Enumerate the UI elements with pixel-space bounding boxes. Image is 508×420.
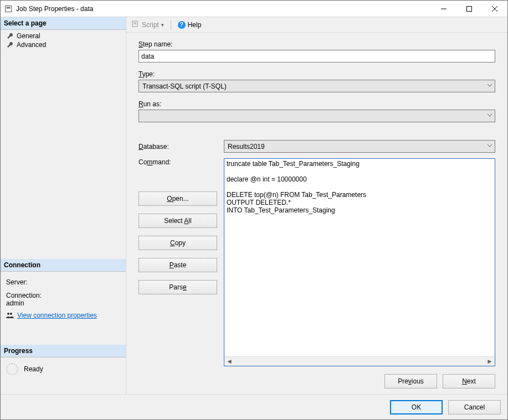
close-button[interactable] bbox=[482, 1, 507, 17]
type-label: Type: bbox=[138, 70, 495, 78]
app-icon bbox=[4, 4, 13, 13]
run-as-label: Run as: bbox=[138, 100, 495, 108]
horizontal-scrollbar[interactable]: ◄ ► bbox=[224, 356, 495, 366]
scroll-left-icon: ◄ bbox=[226, 357, 233, 365]
server-label: Server: bbox=[6, 278, 120, 286]
minimize-button[interactable] bbox=[431, 1, 456, 17]
command-editor: ◄ ► bbox=[224, 158, 495, 366]
svg-rect-1 bbox=[7, 7, 11, 8]
chevron-down-icon: ▾ bbox=[161, 22, 164, 28]
svg-point-7 bbox=[10, 313, 12, 315]
open-button[interactable]: Open... bbox=[138, 191, 217, 206]
select-page-header: Select a page bbox=[1, 17, 126, 30]
command-textarea[interactable] bbox=[224, 159, 495, 356]
view-connection-link[interactable]: View connection properties bbox=[17, 312, 97, 319]
toolbar-separator bbox=[171, 20, 171, 30]
script-label: Script bbox=[142, 21, 159, 29]
cancel-button[interactable]: Cancel bbox=[448, 400, 501, 414]
maximize-icon bbox=[466, 6, 472, 12]
toolbar: Script ▾ ? Help bbox=[126, 17, 507, 33]
step-name-input[interactable] bbox=[138, 50, 495, 63]
paste-button[interactable]: Paste bbox=[138, 258, 217, 272]
help-button[interactable]: ? Help bbox=[176, 20, 204, 30]
page-label: General bbox=[17, 32, 40, 40]
previous-button[interactable]: Previous bbox=[384, 374, 437, 388]
svg-point-6 bbox=[7, 313, 9, 315]
next-button[interactable]: Next bbox=[443, 374, 495, 388]
wrench-icon bbox=[6, 41, 14, 49]
spinner-icon bbox=[6, 363, 18, 375]
page-list: General Advanced bbox=[1, 30, 126, 51]
parse-button[interactable]: Parse bbox=[138, 280, 217, 294]
scroll-right-icon: ► bbox=[486, 357, 493, 365]
dialog-footer: OK Cancel bbox=[1, 394, 507, 419]
minimize-icon bbox=[441, 6, 447, 12]
window-title: Job Step Properties - data bbox=[16, 5, 93, 13]
wrench-icon bbox=[6, 32, 14, 40]
close-icon bbox=[492, 6, 497, 12]
script-icon bbox=[132, 20, 140, 29]
command-label: Command: bbox=[138, 158, 217, 166]
help-label: Help bbox=[188, 21, 202, 29]
ok-button[interactable]: OK bbox=[390, 400, 443, 414]
page-general[interactable]: General bbox=[1, 32, 126, 40]
svg-rect-3 bbox=[467, 6, 472, 11]
dialog-window: Job Step Properties - data Select a page bbox=[0, 0, 508, 420]
script-button[interactable]: Script ▾ bbox=[130, 19, 166, 30]
select-all-button[interactable]: Select All bbox=[138, 214, 217, 228]
people-icon bbox=[6, 312, 14, 319]
titlebar: Job Step Properties - data bbox=[1, 1, 507, 17]
svg-rect-0 bbox=[6, 6, 12, 12]
type-select[interactable]: Transact-SQL script (T-SQL) bbox=[138, 80, 495, 92]
database-select[interactable]: Results2019 bbox=[224, 140, 495, 153]
main-panel: Script ▾ ? Help Step name: Type: Tra bbox=[126, 17, 507, 394]
type-value: Transact-SQL script (T-SQL) bbox=[142, 82, 227, 90]
connection-label: Connection: bbox=[6, 292, 120, 299]
copy-button[interactable]: Copy bbox=[138, 236, 217, 250]
run-as-select[interactable] bbox=[138, 110, 495, 122]
progress-header: Progress bbox=[1, 345, 126, 357]
maximize-button[interactable] bbox=[456, 1, 482, 17]
help-icon: ? bbox=[178, 21, 186, 29]
database-value: Results2019 bbox=[228, 143, 265, 151]
progress-status: Ready bbox=[24, 365, 43, 373]
database-label: Database: bbox=[138, 143, 217, 151]
sidebar: Select a page General Advanced bbox=[1, 17, 126, 394]
connection-value: admin bbox=[6, 299, 120, 307]
connection-header: Connection bbox=[1, 259, 126, 272]
step-name-label: Step name: bbox=[138, 40, 495, 48]
page-advanced[interactable]: Advanced bbox=[1, 40, 126, 49]
page-label: Advanced bbox=[17, 41, 46, 49]
